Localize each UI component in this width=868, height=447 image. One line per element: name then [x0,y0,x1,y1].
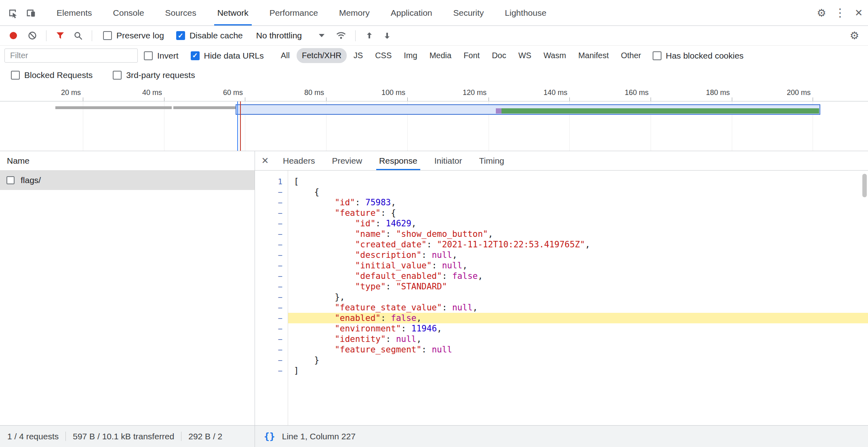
arrow-down-icon [382,31,392,40]
code-token: , [585,240,590,249]
code-token: [ [294,177,299,186]
detail-tab-initiator[interactable]: Initiator [426,151,471,170]
checkbox-box [144,51,153,60]
inspect-element-button[interactable] [3,0,22,25]
tab-lighthouse[interactable]: Lighthouse [494,0,557,25]
code-line: "initial_value": null, [288,260,868,271]
fold-marker[interactable]: − [255,302,288,313]
close-icon: ✕ [855,8,863,18]
close-detail-button[interactable]: ✕ [256,151,274,170]
checkbox-box [103,31,112,40]
code-token [294,334,335,344]
fold-marker[interactable]: − [255,197,288,208]
fold-marker[interactable]: − [255,281,288,292]
network-settings-button[interactable]: ⚙ [850,30,859,41]
tab-memory[interactable]: Memory [329,0,380,25]
pretty-print-braces-icon[interactable]: {} [264,431,275,442]
fold-marker[interactable]: − [255,239,288,250]
code-line: "description": null, [288,250,868,260]
tab-application[interactable]: Application [380,0,443,25]
preserve-log-checkbox[interactable]: Preserve log [103,31,164,40]
export-har-button[interactable] [382,31,392,40]
detail-tab-timing[interactable]: Timing [471,151,513,170]
network-overview-waterfall[interactable] [0,101,868,151]
code-token: }, [294,292,345,302]
fold-marker[interactable]: − [255,365,288,376]
code-token: , [473,303,478,312]
has-blocked-cookies-checkbox[interactable]: Has blocked cookies [653,51,744,61]
tab-elements[interactable]: Elements [46,0,103,25]
fold-marker[interactable]: − [255,355,288,365]
filter-type-font[interactable]: Font [458,48,485,63]
fold-marker[interactable]: − [255,250,288,260]
code-token [294,229,355,239]
response-code[interactable]: [ { "id": 75983, "feature": { "id": 1462… [288,171,868,425]
filter-type-js[interactable]: JS [348,48,368,63]
fold-marker[interactable]: − [255,260,288,271]
tab-console[interactable]: Console [103,0,155,25]
filter-type-manifest[interactable]: Manifest [573,48,614,63]
filter-type-ws[interactable]: WS [513,48,537,63]
close-devtools-button[interactable]: ✕ [849,0,868,25]
code-token: "type" [355,282,386,291]
hide-data-urls-checkbox[interactable]: Hide data URLs [191,51,264,61]
settings-gear-button[interactable]: ⚙ [812,0,831,25]
network-conditions-button[interactable] [336,30,346,41]
throttling-value: No throttling [256,31,302,40]
code-token: , [416,313,421,323]
more-options-button[interactable]: ⋮ [831,0,849,25]
scrollbar-thumb[interactable] [862,174,867,197]
request-checkbox[interactable] [6,176,15,184]
fold-marker[interactable]: − [255,292,288,302]
filter-type-other[interactable]: Other [615,48,646,63]
close-icon: ✕ [261,156,269,166]
tab-performance[interactable]: Performance [259,0,329,25]
tab-sources[interactable]: Sources [155,0,207,25]
disable-cache-checkbox[interactable]: Disable cache [176,31,243,40]
code-token: : [427,240,437,249]
fold-marker[interactable]: − [255,187,288,197]
fold-marker[interactable]: − [255,218,288,229]
detail-tab-headers[interactable]: Headers [274,151,323,170]
fold-marker[interactable]: − [255,334,288,344]
code-token: null [432,250,452,260]
invert-checkbox[interactable]: Invert [144,51,179,61]
filter-toggle-button[interactable] [55,31,65,40]
filter-type-doc[interactable]: Doc [487,48,512,63]
tab-network[interactable]: Network [207,0,259,25]
request-detail-panel: ✕ HeadersPreviewResponseInitiatorTiming … [255,151,868,425]
third-party-requests-checkbox[interactable]: 3rd-party requests [113,70,195,80]
clear-network-log-button[interactable] [27,31,37,40]
fold-marker[interactable]: − [255,271,288,281]
import-har-button[interactable] [364,31,374,40]
tab-security[interactable]: Security [442,0,494,25]
fold-marker[interactable]: − [255,323,288,334]
detail-tab-preview[interactable]: Preview [323,151,371,170]
code-token: "2021-11-12T10:22:53.419765Z" [437,240,585,249]
fold-marker[interactable]: − [255,313,288,323]
code-token: null [396,334,417,344]
code-line: "created_date": "2021-11-12T10:22:53.419… [288,239,868,250]
name-column-header[interactable]: Name [0,151,255,171]
search-button[interactable] [73,31,83,40]
filter-input[interactable] [4,48,138,63]
filter-type-fetch-xhr[interactable]: Fetch/XHR [297,48,347,63]
filter-type-media[interactable]: Media [424,48,457,63]
filter-type-css[interactable]: CSS [370,48,397,63]
tab-label: Elements [57,8,92,18]
device-toolbar-button[interactable] [22,0,40,25]
code-token: : [355,198,365,207]
blocked-requests-checkbox[interactable]: Blocked Requests [11,70,93,80]
blocked-requests-label: Blocked Requests [24,70,93,80]
request-count: 1 / 4 requests [7,432,59,441]
detail-tab-response[interactable]: Response [371,151,426,170]
throttling-select[interactable]: No throttling [256,31,324,40]
filter-type-all[interactable]: All [276,48,295,63]
request-row-flags[interactable]: flags/ [0,171,255,190]
fold-marker[interactable]: − [255,229,288,239]
record-network-log-button[interactable] [10,32,17,39]
fold-marker[interactable]: − [255,208,288,218]
fold-marker[interactable]: − [255,344,288,355]
filter-type-img[interactable]: Img [398,48,422,63]
filter-type-wasm[interactable]: Wasm [538,48,571,63]
